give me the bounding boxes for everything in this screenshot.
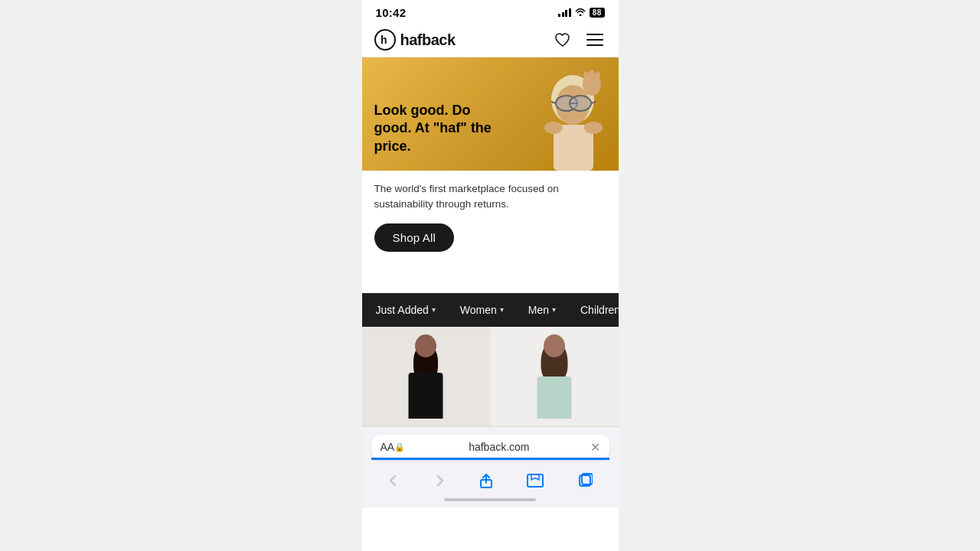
tabs-icon [577, 473, 593, 488]
signal-bars-icon [558, 8, 571, 17]
nav-item-men[interactable]: Men ▾ [516, 293, 568, 327]
bookmarks-button[interactable] [519, 471, 551, 491]
bookmarks-icon [527, 474, 544, 487]
chevron-down-icon: ▾ [552, 305, 556, 314]
chevron-down-icon: ▾ [500, 305, 504, 314]
section-spacer [362, 272, 619, 293]
forward-button[interactable] [426, 470, 453, 491]
share-button[interactable] [471, 469, 501, 492]
header-actions [551, 29, 606, 51]
status-bar: 10:42 88 [362, 0, 619, 23]
hamburger-icon [586, 34, 603, 46]
heart-icon [554, 32, 571, 47]
logo-area: h hafback [374, 29, 456, 51]
menu-button[interactable] [583, 31, 606, 49]
svg-rect-4 [586, 44, 603, 46]
svg-text:h: h [381, 34, 387, 46]
wifi-icon [575, 8, 586, 18]
nav-item-just-added[interactable]: Just Added ▾ [362, 293, 448, 327]
back-icon [387, 473, 400, 488]
svg-rect-2 [586, 34, 603, 35]
logo-text: hafback [400, 31, 456, 49]
forward-icon [433, 473, 446, 488]
lock-icon: 🔒 [394, 442, 405, 452]
tagline-description: The world's first marketplace focused on… [374, 181, 606, 213]
status-time: 10:42 [376, 6, 407, 19]
svg-rect-20 [528, 474, 543, 487]
close-tab-button[interactable]: ✕ [590, 440, 600, 455]
hero-banner: Look good. Do good. At "haf" the price. [362, 57, 619, 171]
browser-actions [371, 468, 609, 494]
status-icons: 88 [558, 8, 604, 18]
share-icon [479, 472, 494, 489]
page-load-progress [371, 458, 609, 460]
url-bar-left: AA [381, 441, 395, 453]
hero-tagline: Look good. Do good. At "haf" the price. [374, 102, 497, 155]
back-button[interactable] [380, 470, 407, 491]
home-indicator [444, 498, 536, 501]
tagline-section: The world's first marketplace focused on… [362, 171, 619, 272]
hero-person-image [496, 57, 619, 171]
hafback-logo-icon: h [374, 29, 396, 51]
nav-item-women[interactable]: Women ▾ [448, 293, 516, 327]
chevron-down-icon: ▾ [432, 305, 436, 314]
phone-frame: 10:42 88 h hafback [362, 0, 619, 551]
battery-icon: 88 [590, 8, 605, 18]
svg-point-18 [584, 122, 603, 134]
shop-all-button[interactable]: Shop All [374, 223, 455, 252]
product-1-image [399, 334, 452, 419]
url-bar[interactable]: AA 🔒 hafback.com ✕ [371, 435, 609, 460]
url-text: hafback.com [408, 441, 590, 453]
product-grid [362, 327, 619, 426]
svg-point-17 [544, 122, 563, 134]
product-2-image [528, 334, 581, 419]
tabs-button[interactable] [570, 470, 600, 491]
nav-item-children[interactable]: Children ▾ [568, 293, 619, 327]
browser-bar: AA 🔒 hafback.com ✕ [362, 426, 619, 507]
svg-rect-3 [586, 39, 603, 41]
wishlist-button[interactable] [551, 29, 574, 51]
aa-button[interactable]: AA [381, 441, 395, 453]
nav-bar: Just Added ▾ Women ▾ Men ▾ Children ▾ [362, 293, 619, 327]
app-header: h hafback [362, 23, 619, 57]
hero-person-svg [504, 57, 611, 171]
product-card-2[interactable] [491, 327, 619, 426]
product-card-1[interactable] [362, 327, 490, 426]
